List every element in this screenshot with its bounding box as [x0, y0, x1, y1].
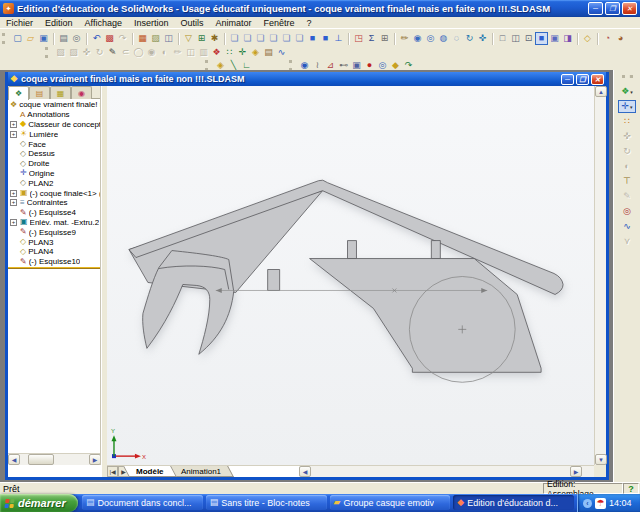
tree-item[interactable]: ◇ Face: [8, 139, 100, 149]
doc-restore-button[interactable]: ❐: [576, 74, 589, 85]
cad-model-canvas[interactable]: Y X: [107, 86, 594, 465]
wireframe-icon[interactable]: □: [496, 32, 509, 45]
equations-icon[interactable]: Σ: [365, 32, 378, 45]
tree-expander[interactable]: +: [10, 219, 17, 226]
measure-icon[interactable]: ◇: [581, 32, 594, 45]
insert-components-icon[interactable]: ❖: [618, 85, 636, 98]
taskbar-task[interactable]: ◆ Edition d'éducation d...: [453, 495, 574, 510]
move-component-tool-icon[interactable]: ✜: [621, 130, 634, 143]
view-single-icon[interactable]: ■: [319, 32, 332, 45]
view-front-icon[interactable]: ❏: [228, 32, 241, 45]
pan-icon[interactable]: ✜: [476, 32, 489, 45]
view-bottom-icon[interactable]: ❏: [293, 32, 306, 45]
library-feature-icon[interactable]: ▤: [262, 46, 275, 59]
graphics-viewport[interactable]: Y X: [107, 86, 594, 465]
taskbar-task[interactable]: ▰ Groupe casque emotiv: [330, 495, 451, 510]
smart-fasteners-icon[interactable]: ◈: [249, 46, 262, 59]
new-document-icon[interactable]: ▢: [11, 32, 24, 45]
scroll-down-icon[interactable]: ▼: [595, 454, 607, 465]
document-tab[interactable]: Modèle: [123, 466, 176, 477]
menu-item[interactable]: Fichier: [0, 17, 39, 29]
zoom-out-icon[interactable]: ◎: [424, 32, 437, 45]
hide-icons-chevron-icon[interactable]: ‹: [583, 499, 592, 508]
tree-item[interactable]: ◇ PLAN2: [8, 178, 100, 188]
tree-item[interactable]: ✛ Origine: [8, 169, 100, 179]
menu-item[interactable]: Outils: [174, 17, 209, 29]
edit-sketch-icon[interactable]: ◳: [352, 32, 365, 45]
transparency-icon[interactable]: ◐: [158, 46, 171, 59]
view-normal-to-icon[interactable]: ⊥: [332, 32, 345, 45]
menu-item[interactable]: Affichage: [79, 17, 128, 29]
component-pattern-tool-icon[interactable]: ∷: [621, 115, 634, 128]
rebuild-icon[interactable]: ▩: [103, 32, 116, 45]
sketch-trace-icon[interactable]: ✎: [106, 46, 119, 59]
tree-item[interactable]: ◇ PLAN4: [8, 247, 100, 257]
physical-simulation-icon[interactable]: ∿: [275, 46, 288, 59]
tree-item[interactable]: ✎ (-) Esquisse9: [8, 227, 100, 237]
tree-item[interactable]: + ◆ Classeur de conception: [8, 120, 100, 130]
menu-item[interactable]: Fenêtre: [257, 17, 300, 29]
tree-expander[interactable]: +: [10, 121, 17, 128]
smart-mates-icon[interactable]: ⊂: [119, 46, 132, 59]
propertymanager-tab[interactable]: ▤: [29, 86, 50, 99]
copy-icon[interactable]: ▧: [54, 46, 67, 59]
mate-icon[interactable]: ✛: [236, 46, 249, 59]
shell-model[interactable]: [129, 180, 563, 372]
edit-color-icon[interactable]: ▦: [136, 32, 149, 45]
viewport-horizontal-scrollbar[interactable]: ◀ ▶: [299, 465, 594, 477]
hidden-lines-removed-icon[interactable]: ⊡: [522, 32, 535, 45]
start-button[interactable]: démarrer: [0, 494, 78, 512]
restore-button[interactable]: ❐: [605, 2, 620, 15]
menu-item[interactable]: Animator: [209, 17, 257, 29]
rollback-bar[interactable]: [8, 267, 100, 269]
tab-scroll-first-icon[interactable]: |◀: [107, 466, 118, 477]
component-pattern-icon[interactable]: ∷: [223, 46, 236, 59]
show-hidden-icon[interactable]: ◐: [621, 160, 634, 173]
rotate-component-icon[interactable]: ↻: [93, 46, 106, 59]
tree-item[interactable]: ◇ Droite: [8, 159, 100, 169]
shaded-icon[interactable]: ■: [535, 32, 548, 45]
view-right-icon[interactable]: ❏: [267, 32, 280, 45]
tree-item[interactable]: ◇ Dessus: [8, 149, 100, 159]
save-icon[interactable]: ▣: [37, 32, 50, 45]
move-resize-icon[interactable]: ◫: [162, 32, 175, 45]
document-tab[interactable]: Animation1: [168, 466, 234, 477]
tree-expander[interactable]: +: [10, 190, 17, 197]
undo-icon[interactable]: ↶: [90, 32, 103, 45]
tree-expander[interactable]: +: [10, 199, 17, 206]
print-icon[interactable]: ▤: [57, 32, 70, 45]
options-icon[interactable]: ✱: [208, 32, 221, 45]
simulation-icon[interactable]: ∿: [621, 220, 634, 233]
zoom-fit-icon[interactable]: ◌: [450, 32, 463, 45]
view-left-icon[interactable]: ❏: [254, 32, 267, 45]
scroll-right-icon[interactable]: ▶: [570, 466, 582, 477]
tree-item[interactable]: ✎ (-) Esquisse4: [8, 208, 100, 218]
scroll-left-icon[interactable]: ◀: [8, 454, 20, 465]
zoom-in-icon[interactable]: ◉: [411, 32, 424, 45]
antivirus-tray-icon[interactable]: ☂: [595, 498, 606, 509]
tree-item[interactable]: ❖ coque vraiment finale! mais en fai: [8, 100, 100, 110]
tree-item[interactable]: + ▣ (-) coque finale<1> (Défaut): [8, 188, 100, 198]
sketch-entities-icon[interactable]: ✏: [398, 32, 411, 45]
featuremanager-tab[interactable]: ❖: [8, 86, 29, 100]
shadows-icon[interactable]: ▣: [548, 32, 561, 45]
selection-filter-icon[interactable]: ▽: [182, 32, 195, 45]
tree-expander[interactable]: +: [10, 131, 17, 138]
tree-item[interactable]: + ≡ Contraintes: [8, 198, 100, 208]
tree-item[interactable]: + ▣ Enlèv. mat. -Extru.2: [8, 218, 100, 228]
section-view-icon[interactable]: ◨: [561, 32, 574, 45]
taskbar-task[interactable]: ▤ Document dans concl...: [82, 495, 203, 510]
doc-minimize-button[interactable]: ─: [561, 74, 574, 85]
texture-icon[interactable]: ▨: [149, 32, 162, 45]
view-top-icon[interactable]: ❏: [280, 32, 293, 45]
tree-item[interactable]: ◇ PLAN3: [8, 237, 100, 247]
menu-item[interactable]: Edition: [39, 17, 79, 29]
grid-icon[interactable]: ⊞: [195, 32, 208, 45]
panel-horizontal-scrollbar[interactable]: ◀ ▶: [8, 453, 101, 465]
clock[interactable]: 14:04: [609, 498, 632, 508]
large-assembly-icon[interactable]: ▥: [197, 46, 210, 59]
zoom-area-icon[interactable]: ◍: [437, 32, 450, 45]
configurationmanager-tab[interactable]: ▦: [50, 86, 71, 99]
doc-close-button[interactable]: ✕: [591, 74, 604, 85]
menu-item[interactable]: ?: [301, 17, 318, 29]
